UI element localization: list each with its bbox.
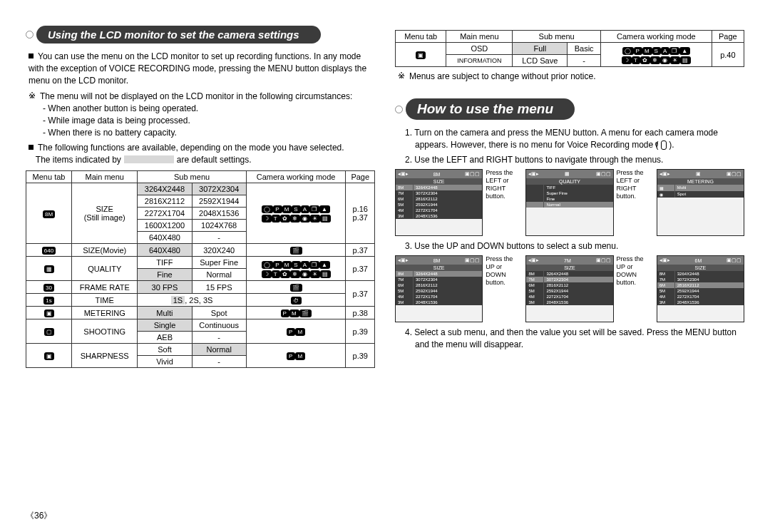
reference-icon: ※ bbox=[398, 70, 405, 82]
change-notice: ※Menus are subject to change without pri… bbox=[395, 70, 744, 83]
screen-caption: Press the UP or DOWN button. bbox=[617, 255, 654, 287]
note-block: ※The menu will not be displayed on the L… bbox=[26, 90, 375, 139]
movie-size-tab-icon: 640 bbox=[42, 247, 56, 255]
menu-screen-size-8m: ◂▣▸8M▣▢▢ SIZE 8M3264X2448 7M3072X2304 6M… bbox=[395, 255, 483, 322]
framerate-tab-icon: 30 bbox=[43, 284, 54, 292]
shooting-tab-icon: ▢ bbox=[44, 328, 54, 336]
mode-icons: ◯PMSA❐▲☽T✿❄◉☀▤ bbox=[246, 183, 346, 244]
section-header-menu: How to use the menu bbox=[395, 98, 744, 120]
intro-text: You can use the menu on the LCD monitor … bbox=[26, 51, 375, 87]
metering-tab-icon: ▣ bbox=[44, 310, 54, 317]
screen-caption: Press the LEFT or RIGHT button. bbox=[486, 169, 523, 200]
step-3: 3. Use the UP and DOWN buttons to select… bbox=[395, 240, 744, 252]
settings-table: Menu tab Main menu Sub menu Camera worki… bbox=[26, 170, 375, 368]
step-4: 4. Select a sub menu, and then the value… bbox=[395, 327, 744, 351]
osd-tab-icon: ▣ bbox=[416, 51, 426, 59]
reference-icon: ※ bbox=[29, 90, 36, 102]
default-swatch bbox=[124, 155, 174, 163]
quality-tab-icon: ▦ bbox=[44, 265, 54, 273]
screens-row-2: ◂▣▸8M▣▢▢ SIZE 8M3264X2448 7M3072X2304 6M… bbox=[395, 255, 744, 322]
step-1: 1. Turn on the camera and press the MENU… bbox=[395, 127, 744, 151]
sharpness-tab-icon: ▣ bbox=[44, 352, 54, 360]
screen-caption: Press the LEFT or RIGHT button. bbox=[617, 169, 654, 200]
menu-screen-size: ◂▣▸8M▣▢▢ SIZE 8M3264X2448 7M3072X2304 6M… bbox=[395, 169, 483, 236]
bullet-icon bbox=[29, 53, 34, 58]
screens-row-1: ◂▣▸8M▣▢▢ SIZE 8M3264X2448 7M3072X2304 6M… bbox=[395, 169, 744, 236]
section-title: How to use the menu bbox=[406, 98, 575, 120]
time-tab-icon: 1s bbox=[43, 297, 53, 305]
bullet-icon bbox=[29, 145, 34, 150]
page-number: 《36》 bbox=[26, 510, 52, 522]
available-functions-text: The following functions are available, d… bbox=[26, 142, 375, 166]
menu-screen-metering: ◂▣▸▣▣▢▢ METERING ▦Multi ◉Spot bbox=[657, 169, 744, 236]
size-tab-icon: 8M bbox=[43, 210, 55, 218]
osd-table: Menu tab Main menu Sub menu Camera worki… bbox=[395, 30, 744, 67]
step-2: 2. Use the LEFT and RIGHT buttons to nav… bbox=[395, 154, 744, 166]
voice-recording-icon: 🎙 bbox=[661, 140, 667, 150]
menu-screen-size-7m: ◂▣▸7M▣▢▢ SIZE 8M3264X2448 7M3072X2304 6M… bbox=[525, 255, 613, 322]
section-header-lcd: Using the LCD monitor to set the camera … bbox=[26, 26, 375, 44]
menu-screen-size-6m: ◂▣▸6M▣▢▢ SIZE 8M3264X2448 7M3072X2304 6M… bbox=[657, 255, 744, 322]
screen-caption: Press the UP or DOWN button. bbox=[486, 255, 523, 287]
menu-screen-quality: ◂▣▸▦▣▢▢ QUALITY TIFF Super Fine Fine Nor… bbox=[525, 169, 613, 236]
section-title: Using the LCD monitor to set the camera … bbox=[36, 26, 321, 44]
